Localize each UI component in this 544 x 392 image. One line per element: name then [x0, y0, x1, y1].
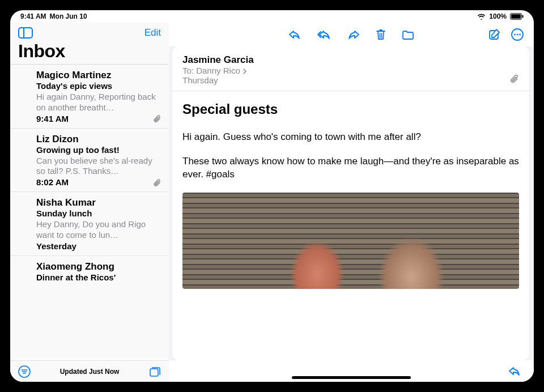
message-body[interactable]: Special guests Hi again. Guess who's com… [172, 91, 529, 360]
list-item-subject: Dinner at the Ricos' [36, 272, 161, 283]
list-item[interactable]: Liz Dizon Growing up too fast! Can you b… [10, 129, 169, 193]
paperclip-icon [510, 74, 519, 84]
edit-button[interactable]: Edit [144, 27, 161, 39]
battery-pct: 100% [489, 12, 507, 20]
list-item-subject: Sunday lunch [36, 208, 161, 219]
list-item-preview: Hey Danny, Do you and Rigo want to come … [36, 219, 161, 241]
list-item-sender: Nisha Kumar [36, 197, 161, 208]
move-button[interactable] [401, 29, 415, 40]
svg-rect-9 [150, 369, 158, 376]
filter-button[interactable] [18, 365, 31, 378]
svg-point-15 [517, 34, 518, 36]
list-item-time: 8:02 AM [36, 177, 69, 187]
message-header[interactable]: Jasmine Garcia To: Danny Rico Thursday [172, 46, 529, 91]
list-item-subject: Growing up too fast! [36, 145, 161, 156]
message-to: Danny Rico [196, 66, 240, 75]
mailbox-sidebar: Edit Inbox Magico Martinez Today's epic … [10, 23, 169, 382]
more-button[interactable] [511, 28, 524, 41]
message-paragraph: Hi again. Guess who's coming to town wit… [182, 131, 519, 144]
list-item-subject: Today's epic views [36, 81, 161, 92]
list-item[interactable]: Magico Martinez Today's epic views Hi ag… [10, 65, 169, 129]
message-pane: Jasmine Garcia To: Danny Rico Thursday [169, 23, 534, 382]
battery-icon [510, 13, 524, 20]
list-item[interactable]: Xiaomeng Zhong Dinner at the Ricos' [10, 256, 169, 288]
message-card: Jasmine Garcia To: Danny Rico Thursday [172, 46, 529, 360]
chevron-right-icon [243, 69, 247, 74]
compose-stack-button[interactable] [148, 365, 161, 378]
mailbox-title: Inbox [10, 41, 169, 64]
svg-point-16 [519, 34, 521, 36]
message-list[interactable]: Magico Martinez Today's epic views Hi ag… [10, 64, 169, 360]
svg-rect-1 [511, 14, 521, 19]
list-item-preview: Hi again Danny, Reporting back on anothe… [36, 92, 161, 113]
home-indicator[interactable] [292, 376, 411, 379]
list-item-preview: Can you believe she's al-ready so tall? … [36, 156, 161, 177]
list-item-sender: Xiaomeng Zhong [36, 261, 161, 272]
attachment-image[interactable] [182, 193, 519, 289]
paperclip-icon [153, 114, 161, 123]
message-paragraph: These two always know how to make me lau… [182, 155, 519, 181]
message-from: Jasmine Garcia [182, 54, 519, 66]
list-item-time: Yesterday [36, 241, 76, 251]
message-date: Thursday [182, 75, 519, 85]
compose-button[interactable] [488, 28, 501, 41]
status-bar: 9:41 AM Mon Jun 10 100% [10, 10, 534, 23]
reply-all-button[interactable] [316, 29, 332, 40]
paperclip-icon [153, 178, 161, 187]
forward-button[interactable] [347, 29, 360, 40]
svg-rect-3 [19, 28, 32, 38]
sync-status: Updated Just Now [60, 368, 120, 376]
wifi-icon [477, 14, 486, 20]
list-item-time: 9:41 AM [36, 114, 69, 123]
reply-quick-button[interactable] [508, 365, 521, 377]
sidebar-toggle-button[interactable] [18, 27, 33, 39]
message-toolbar [169, 23, 534, 46]
list-item[interactable]: Nisha Kumar Sunday lunch Hey Danny, Do y… [10, 192, 169, 256]
status-time: 9:41 AM [20, 12, 46, 20]
to-label: To: [182, 66, 194, 75]
status-date: Mon Jun 10 [50, 12, 87, 20]
svg-point-14 [514, 34, 516, 36]
reply-button[interactable] [288, 29, 301, 40]
list-item-sender: Magico Martinez [36, 69, 161, 81]
trash-button[interactable] [375, 28, 386, 41]
message-subject: Special guests [182, 101, 519, 117]
svg-rect-2 [522, 15, 524, 18]
list-item-sender: Liz Dizon [36, 133, 161, 145]
